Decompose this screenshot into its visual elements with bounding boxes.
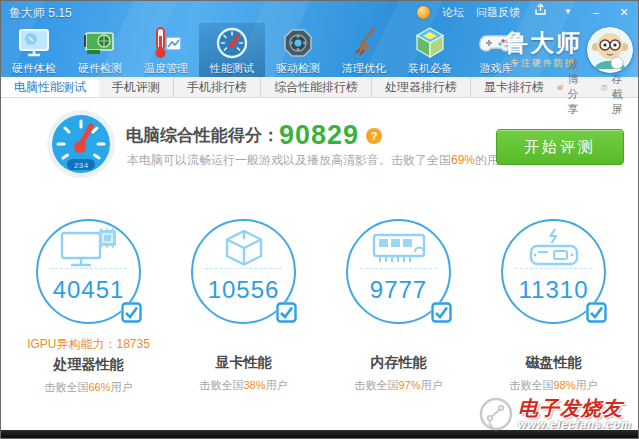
subtab-bar: 电脑性能测试 手机评测 手机排行榜 综合性能排行榜 处理器排行榜 显卡排行榜 微… [1, 77, 638, 98]
gauge-beat-line: 击败全国38%用户 [166, 378, 321, 393]
main-content: 234 电脑综合性能得分：90829? 本电脑可以流畅运行一般游戏以及播放高清影… [1, 98, 638, 432]
brand: 鲁大师 专注硬件防护 [504, 31, 582, 70]
cpu-monitor-icon [38, 228, 139, 270]
tab-phone-review[interactable]: 手机评测 [99, 77, 174, 97]
cpu-checkbox[interactable] [121, 302, 142, 323]
gauge-circle: 11310 [501, 219, 606, 324]
window-chrome: 鲁大师 5.15 论坛 问题反馈 ▼ – × 硬件体检 [1, 1, 638, 77]
gauge-divider [50, 268, 127, 269]
medal-icon[interactable] [417, 6, 430, 19]
svg-text:234: 234 [74, 161, 89, 170]
titlebar[interactable]: 鲁大师 5.15 论坛 问题反馈 ▼ – × [1, 1, 638, 23]
toolbar-item-driver-detect[interactable]: 驱动检测 [265, 23, 331, 77]
tab-pc-performance-test[interactable]: 电脑性能测试 [1, 77, 99, 97]
gauge-cpu: 40451 IGPU异构能力：18735 处理器性能 击败全国66%用户 [11, 219, 166, 395]
toolbar-label: 硬件检测 [78, 61, 122, 76]
help-icon[interactable]: ? [366, 128, 382, 144]
toolbar-label: 清理优化 [342, 61, 386, 76]
gauge-beat-line: 击败全国97%用户 [321, 378, 476, 393]
feedback-link[interactable]: 问题反馈 [476, 5, 520, 20]
gauge-disk: 11310 磁盘性能 击败全国98%用户 [476, 219, 631, 395]
gauge-value: 11310 [503, 276, 604, 304]
monitor-icon [17, 26, 51, 60]
disk-drive-icon [503, 228, 604, 270]
igpu-score-label: IGPU异构能力：18735 [11, 336, 166, 353]
toolbar-item-hardware-checkup[interactable]: 硬件体检 [1, 23, 67, 77]
toolbar-label: 性能测试 [210, 61, 254, 76]
thermometer-icon [149, 26, 183, 60]
gpu-card-icon [83, 26, 117, 60]
window-title: 鲁大师 5.15 [9, 5, 72, 22]
disk-checkbox[interactable] [586, 302, 607, 323]
toolbar-label: 驱动检测 [276, 61, 320, 76]
gauge-circle: 40451 [36, 219, 141, 324]
toolbar-label: 装机必备 [408, 61, 452, 76]
gauge-beat-line: 击败全国66%用户 [11, 380, 166, 395]
watermark-url: www.elecfans.com [518, 418, 632, 430]
broom-icon [347, 26, 381, 60]
tab-overall-ranking[interactable]: 综合性能排行榜 [261, 77, 372, 97]
brand-name: 鲁大师 [504, 31, 582, 55]
gauge-divider [205, 268, 282, 269]
gauge-row: 40451 IGPU异构能力：18735 处理器性能 击败全国66%用户 [11, 219, 631, 395]
forum-link[interactable]: 论坛 [442, 5, 464, 20]
gauge-label: 磁盘性能 [476, 354, 631, 372]
watermark-name: 电子发烧友 [518, 398, 632, 418]
gpu-checkbox[interactable] [276, 302, 297, 323]
brand-slogan: 专注硬件防护 [504, 57, 582, 70]
gauge-extra-spacer [166, 336, 321, 351]
gauge-value: 10556 [193, 276, 294, 304]
gauge-divider [515, 268, 592, 269]
gpu-cube-icon [193, 228, 294, 270]
window-bottom-edge [1, 430, 638, 438]
gauge-circle: 9777 [346, 219, 451, 324]
toolbar-item-clean-optimize[interactable]: 清理优化 [331, 23, 397, 77]
gauge-ram: 9777 内存性能 击败全国97%用户 [321, 219, 476, 395]
tab-gpu-ranking[interactable]: 显卡排行榜 [471, 77, 557, 97]
toolbar-label: 硬件体检 [12, 61, 56, 76]
camera-icon [601, 81, 608, 94]
gauge-divider [360, 268, 437, 269]
toolbar-label: 温度管理 [144, 61, 188, 76]
toolbar-item-essential-software[interactable]: 装机必备 [397, 23, 463, 77]
ram-stick-icon [348, 228, 449, 270]
score-description: 本电脑可以流畅运行一般游戏以及播放高清影音。击败了全国69%的用户 [127, 152, 511, 169]
tab-cpu-ranking[interactable]: 处理器排行榜 [372, 77, 471, 97]
gauge-value: 9777 [348, 276, 449, 304]
gauge-value: 40451 [38, 276, 139, 304]
menu-dropdown-icon[interactable]: ▼ [560, 1, 576, 23]
toolbar-item-temperature[interactable]: 温度管理 [133, 23, 199, 77]
beaten-percent: 69% [451, 153, 475, 167]
start-benchmark-button[interactable]: 开始评测 [496, 129, 624, 165]
close-button[interactable]: × [616, 1, 632, 23]
cube-icon [413, 26, 447, 60]
gauge-label: 内存性能 [321, 354, 476, 372]
gauge-label: 处理器性能 [11, 356, 166, 374]
speedometer-icon [215, 26, 249, 60]
tab-phone-ranking[interactable]: 手机排行榜 [174, 77, 261, 97]
elecfans-watermark: 电子发烧友 www.elecfans.com [479, 397, 632, 431]
weibo-icon [557, 80, 564, 94]
elecfans-logo-icon [479, 397, 513, 431]
gauge-beat-line: 击败全国98%用户 [476, 378, 631, 393]
toolbar-item-hardware-detect[interactable]: 硬件检测 [67, 23, 133, 77]
score-speedometer-icon: 234 [46, 109, 116, 179]
app-window: 鲁大师 5.15 论坛 问题反馈 ▼ – × 硬件体检 [0, 0, 639, 439]
toolbar-item-performance-test[interactable]: 性能测试 [199, 23, 265, 77]
gauge-extra-spacer [321, 336, 476, 351]
gear-icon [281, 26, 315, 60]
minimize-button[interactable]: – [588, 1, 604, 23]
score-title: 电脑综合性能得分： [126, 126, 279, 145]
mascot-avatar-icon[interactable] [587, 27, 633, 73]
share-icon[interactable] [532, 1, 548, 23]
gauge-circle: 10556 [191, 219, 296, 324]
gauge-gpu: 10556 显卡性能 击败全国38%用户 [166, 219, 321, 395]
score-value: 90829 [279, 120, 359, 150]
ram-checkbox[interactable] [431, 302, 452, 323]
gauge-extra-spacer [476, 336, 631, 351]
gauge-label: 显卡性能 [166, 354, 321, 372]
